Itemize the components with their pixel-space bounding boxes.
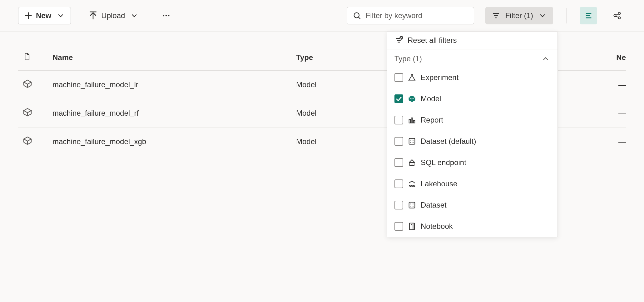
new-button-label: New [36,11,51,20]
checkbox[interactable] [394,158,403,167]
filter-option-label: SQL endpoint [421,158,466,167]
filter-button[interactable]: Filter (1) [485,7,553,24]
item-name: machine_failure_model_rf [52,99,296,128]
reset-filters-button[interactable]: Reset all filters [387,32,557,49]
plus-icon [24,11,33,20]
cube-icon [408,94,416,103]
lineage-view-button[interactable] [608,7,626,24]
column-header-name[interactable]: Name [52,45,296,71]
model-icon [22,79,32,89]
more-icon [162,11,171,20]
search-input[interactable] [366,11,468,20]
lake-icon [408,179,416,188]
reset-filters-icon [394,36,403,45]
new-button[interactable]: New [18,7,71,24]
upload-button[interactable]: Upload [82,7,145,24]
grid-icon [408,201,416,209]
checkbox[interactable] [394,116,403,124]
toolbar-divider [566,8,567,23]
document-icon [22,52,31,61]
chevron-up-icon [541,54,550,63]
filter-section-title: Type (1) [394,54,422,63]
filter-option[interactable]: SQL endpoint [387,152,557,173]
chevron-down-icon [538,11,547,20]
checkbox[interactable] [394,201,403,209]
filter-option-label: Model [421,94,441,103]
filter-option-label: Dataset (default) [421,137,476,146]
filter-option-label: Report [421,116,443,124]
house-icon [408,158,416,167]
checkbox[interactable] [394,137,403,146]
filter-section-type[interactable]: Type (1) [387,49,557,67]
checkbox[interactable] [394,222,403,231]
upload-icon [88,11,98,21]
filter-option[interactable]: Dataset [387,194,557,216]
grid-icon [408,137,416,146]
model-icon [22,107,32,117]
filter-option[interactable]: Dataset (default) [387,131,557,152]
search-icon [353,11,361,20]
checkbox[interactable] [394,179,403,188]
search-box[interactable] [347,7,474,24]
reset-filters-label: Reset all filters [408,36,457,45]
filter-button-label: Filter (1) [505,11,533,20]
filter-option[interactable]: Notebook [387,216,557,237]
toolbar: New Upload Filter (1) [0,0,644,32]
item-name: machine_failure_model_xgb [52,128,296,156]
item-name: machine_failure_model_lr [52,71,296,99]
filter-panel: Reset all filters Type (1) ExperimentMod… [387,31,558,237]
filter-option[interactable]: Experiment [387,67,557,88]
model-icon [22,136,32,146]
filter-option-label: Notebook [421,222,453,231]
list-view-icon [584,11,593,20]
list-view-button[interactable] [580,7,597,24]
filter-option[interactable]: Model [387,88,557,109]
filter-option-label: Experiment [421,73,458,82]
bars-icon [408,116,416,124]
filter-option[interactable]: Report [387,109,557,131]
filter-option[interactable]: Lakehouse [387,173,557,194]
checkbox[interactable] [394,73,403,82]
notebook-icon [408,222,416,231]
lineage-icon [613,11,622,20]
filter-option-label: Lakehouse [421,179,457,188]
filter-option-label: Dataset [421,201,447,209]
more-actions-button[interactable] [156,7,176,24]
upload-button-label: Upload [101,11,125,20]
filter-icon [492,11,500,20]
checkbox[interactable] [394,94,403,103]
chevron-down-icon [56,11,65,20]
chevron-down-icon [130,11,139,20]
flask-icon [408,73,416,82]
